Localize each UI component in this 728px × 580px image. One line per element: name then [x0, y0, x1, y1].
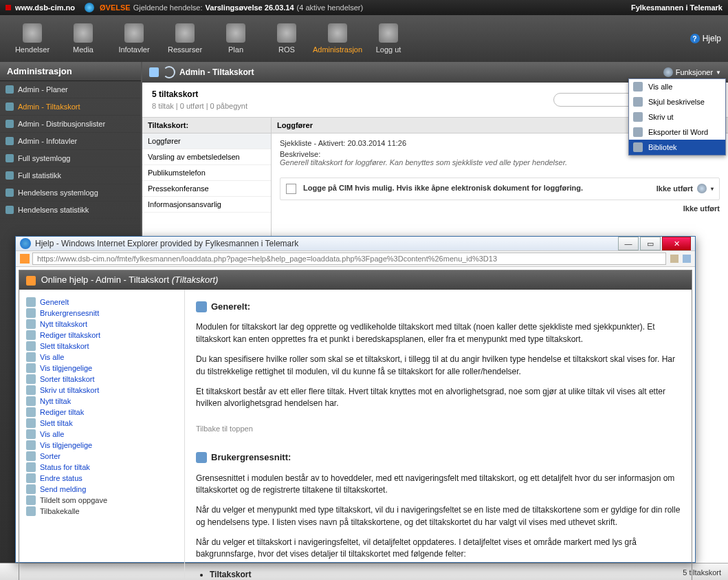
help-nav-item[interactable]: Nytt tiltakskort — [22, 319, 181, 330]
help-window: Hjelp - Windows Internet Explorer provid… — [15, 236, 696, 563]
current-event-name: Varslingsøvelse 26.03.14 — [206, 3, 294, 12]
sidebar-item-systemlogg[interactable]: Full systemlogg — [0, 150, 141, 167]
sidebar-item-statistikk[interactable]: Full statistikk — [0, 167, 141, 184]
help-nav-item[interactable]: Rediger tiltakskort — [22, 330, 181, 341]
help-nav-item[interactable]: Brukergrensesnitt — [22, 308, 181, 319]
help-nav-item[interactable]: Vis alle — [22, 352, 181, 363]
page-icon — [20, 254, 30, 264]
task-checkbox[interactable] — [286, 184, 296, 194]
section-icon — [196, 301, 207, 312]
help-paragraph: Når du velger et tiltakskort i navigerin… — [196, 537, 681, 561]
tool-infotavler[interactable]: Infotavler — [109, 23, 159, 54]
section-title: Brukergrensesnitt: — [211, 451, 291, 464]
help-nav-item[interactable]: Send melding — [22, 484, 181, 495]
chevron-down-icon: ▾ — [711, 186, 714, 192]
task-status: Ikke utført — [657, 184, 693, 193]
camera-icon — [74, 23, 93, 43]
help-link[interactable]: ? Hjelp — [690, 34, 721, 43]
exit-icon — [379, 23, 398, 43]
doc-icon — [149, 67, 159, 77]
app-header: www.dsb-cim.no ØVELSE Gjeldende hendelse… — [0, 0, 728, 15]
detail-title: Loggfører — [277, 121, 313, 129]
list-item[interactable]: Informasjonsansvarlig — [142, 197, 271, 213]
main-toolbar: Hendelser Media Infotavler Ressurser Pla… — [0, 15, 728, 62]
help-nav-item[interactable]: Slett tiltakskort — [22, 341, 181, 352]
help-nav-item[interactable]: Endre status — [22, 473, 181, 484]
functions-menu: Vis alle Skjul beskrivelse Skriv ut Eksp… — [628, 78, 726, 155]
task-row: Logge på CIM hvis mulig. Hvis ikke åpne … — [280, 178, 720, 200]
event-count: (4 aktive hendelser) — [297, 3, 364, 12]
chevron-down-icon: ▼ — [716, 69, 721, 76]
task-gear-icon[interactable] — [697, 184, 707, 193]
help-nav-item[interactable]: Generelt — [22, 297, 181, 308]
functions-button[interactable]: Funksjoner▼ — [663, 67, 721, 77]
help-nav-item[interactable]: Vis tilgjengelige — [22, 440, 181, 451]
minimize-button[interactable]: — — [618, 237, 639, 250]
fn-skriv-ut[interactable]: Skriv ut — [629, 109, 725, 125]
compat-icon[interactable] — [683, 255, 691, 263]
help-nav-item[interactable]: Sorter — [22, 451, 181, 462]
fn-bibliotek[interactable]: Bibliotek — [629, 140, 725, 155]
close-button[interactable]: ✕ — [662, 237, 691, 250]
help-nav-item[interactable]: Vis tilgjengelige — [22, 363, 181, 374]
desc-text: Generell tiltakskort for loggfører. Kan … — [280, 158, 567, 167]
sidebar-item-hendelse-statistikk[interactable]: Hendelsens statistikk — [0, 202, 141, 219]
list-heading: Tiltakskort: — [142, 118, 271, 133]
lock-icon — [670, 255, 679, 263]
help-nav: Generelt Brukergrensesnitt Nytt tiltaksk… — [19, 290, 185, 580]
globe-icon — [175, 23, 195, 43]
gear-icon — [328, 23, 347, 43]
fn-eksporter-word[interactable]: Eksporter til Word — [629, 125, 725, 140]
fn-skjul-beskrivelse[interactable]: Skjul beskrivelse — [629, 94, 725, 109]
list-item[interactable]: Publikumstelefon — [142, 165, 271, 181]
tool-loggut[interactable]: Logg ut — [363, 23, 414, 54]
help-icon — [26, 276, 36, 286]
page-title: Admin - Tiltakskort — [179, 67, 254, 77]
help-content-header: Online hjelp - Admin - Tiltakskort (Tilt… — [19, 270, 692, 290]
help-nav-item[interactable]: Slett tiltak — [22, 418, 181, 429]
globe-icon — [85, 3, 94, 12]
help-nav-item[interactable]: Status for tiltak — [22, 462, 181, 473]
help-nav-item[interactable]: Tilbakekalle — [22, 506, 181, 517]
sidebar-item-infotavler[interactable]: Admin - Infotavler — [0, 133, 141, 150]
task-status-2: Ikke utført — [280, 204, 720, 213]
refresh-icon[interactable] — [163, 66, 175, 78]
sidebar-item-hendelse-systemlogg[interactable]: Hendelsens systemlogg — [0, 184, 141, 202]
url-field[interactable]: https://www.dsb-cim.no/fmte/fylkesmannen… — [32, 253, 666, 265]
address-bar: https://www.dsb-cim.no/fmte/fylkesmannen… — [16, 250, 695, 267]
help-paragraph: Grensesnittet i modulen består av to hov… — [196, 473, 681, 497]
tool-ros[interactable]: ROS — [261, 23, 312, 54]
tool-hendelser[interactable]: Hendelser — [7, 23, 58, 54]
ie-icon — [20, 238, 31, 249]
back-to-top-link[interactable]: Tilbake til toppen — [196, 424, 253, 435]
maximize-button[interactable]: ▭ — [640, 237, 661, 250]
list-item[interactable]: Loggfører — [142, 133, 271, 149]
help-nav-item[interactable]: Rediger tiltak — [22, 407, 181, 418]
help-nav-item[interactable]: Nytt tiltak — [22, 396, 181, 407]
help-paragraph: Modulen for tiltakskort lar deg opprette… — [196, 321, 681, 345]
list-item[interactable]: Varsling av embetsledelsen — [142, 149, 271, 165]
board-icon — [124, 23, 144, 43]
list-item[interactable]: Pressekonferanse — [142, 181, 271, 197]
sidebar-item-distribusjonslister[interactable]: Admin - Distribusjonslister — [0, 116, 141, 133]
tool-ressurser[interactable]: Ressurser — [159, 23, 210, 54]
help-nav-item[interactable]: Skriv ut tiltakskort — [22, 385, 181, 396]
tool-media[interactable]: Media — [58, 23, 109, 54]
fn-vis-alle[interactable]: Vis alle — [629, 79, 725, 94]
help-window-titlebar[interactable]: Hjelp - Windows Internet Explorer provid… — [16, 237, 695, 250]
tool-administrasjon[interactable]: Administrasjon — [312, 23, 363, 54]
help-nav-item[interactable]: Tildelt som oppgave — [22, 495, 181, 506]
help-nav-item[interactable]: Vis alle — [22, 429, 181, 440]
sidebar-item-tiltakskort[interactable]: Admin - Tiltakskort — [0, 98, 141, 116]
sidebar-item-planer[interactable]: Admin - Planer — [0, 81, 141, 98]
gear-icon — [663, 67, 673, 77]
task-text: Logge på CIM hvis mulig. Hvis ikke åpne … — [303, 184, 650, 192]
help-window-title: Hjelp - Windows Internet Explorer provid… — [35, 239, 298, 248]
help-content: Generelt: Modulen for tiltakskort lar de… — [185, 290, 692, 580]
book-icon — [226, 23, 245, 43]
tool-plan[interactable]: Plan — [210, 23, 261, 54]
help-paragraph: Du kan spesifisere hvilke roller som ska… — [196, 354, 681, 378]
summary-title: 5 tiltakskort — [152, 89, 247, 99]
help-nav-item[interactable]: Sorter tiltakskort — [22, 374, 181, 385]
help-icon: ? — [690, 34, 700, 43]
